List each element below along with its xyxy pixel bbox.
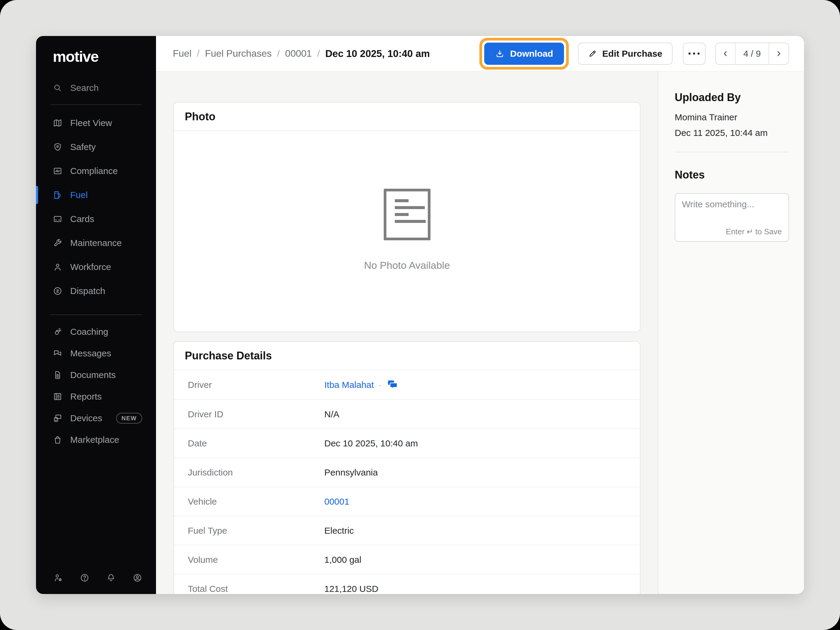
download-icon: [495, 49, 505, 58]
row-label: Fuel Type: [188, 526, 324, 536]
sidebar-item-marketplace[interactable]: Marketplace: [36, 429, 156, 451]
row-label: Driver ID: [188, 409, 324, 419]
table-row-date: Date Dec 10 2025, 10:40 am: [174, 428, 640, 458]
sidebar-item-label: Dispatch: [70, 286, 105, 296]
download-button-label: Download: [510, 49, 553, 59]
vehicle-link[interactable]: 00001: [324, 496, 349, 507]
sidebar-item-label: Maintenance: [70, 238, 122, 248]
chevron-right-icon: [775, 49, 783, 58]
wrench-icon: [53, 238, 62, 248]
sidebar-item-fleet-view[interactable]: Fleet View: [36, 111, 156, 135]
photo-card-header: Photo: [174, 103, 640, 131]
sidebar-search-label: Search: [70, 83, 99, 93]
sidebar-nav-primary: Fleet View Safety Compliance: [36, 111, 156, 303]
notes-input[interactable]: [682, 199, 782, 228]
sidebar-item-coaching[interactable]: Coaching: [36, 321, 156, 343]
previous-record-button[interactable]: [716, 43, 735, 64]
page-header: Fuel / Fuel Purchases / 00001 / Dec 10 2…: [156, 36, 804, 71]
row-label: Volume: [188, 555, 324, 565]
purchase-details-title: Purchase Details: [185, 349, 272, 362]
screen-background: motive Search Fleet View: [0, 0, 840, 630]
purchase-details-header: Purchase Details: [174, 342, 640, 370]
sidebar-nav-secondary: Coaching Messages Documents: [36, 321, 156, 451]
sidebar-item-label: Marketplace: [70, 435, 119, 445]
sidebar-divider: [51, 314, 142, 315]
whistle-icon: [53, 327, 62, 336]
devices-icon: [53, 414, 62, 423]
sidebar-item-compliance[interactable]: Compliance: [36, 159, 156, 183]
row-label: Total Cost: [188, 584, 324, 594]
photo-card-title: Photo: [185, 111, 215, 123]
compliance-chart-icon: [53, 166, 62, 176]
sidebar-item-label: Reports: [70, 392, 102, 402]
admin-settings-icon[interactable]: [54, 573, 63, 583]
no-photo-icon: [384, 189, 431, 240]
sidebar-item-label: Coaching: [70, 327, 108, 337]
record-pager: 4 / 9: [715, 43, 789, 65]
sidebar-item-label: Compliance: [70, 166, 118, 176]
sidebar-item-messages[interactable]: Messages: [36, 343, 156, 364]
report-icon: [53, 392, 62, 401]
sidebar-item-maintenance[interactable]: Maintenance: [36, 231, 156, 255]
notes-title: Notes: [675, 169, 789, 181]
uploaded-by-name: Momina Trainer: [675, 112, 789, 122]
account-icon[interactable]: [133, 573, 142, 583]
purchase-details-card: Purchase Details Driver Itba Malahat ·: [174, 341, 641, 594]
breadcrumb: Fuel / Fuel Purchases / 00001 / Dec 10 2…: [173, 48, 430, 59]
page-body: Photo No Photo Available Purchase Detail…: [156, 71, 804, 594]
sidebar-search[interactable]: Search: [36, 83, 156, 93]
message-driver-icon[interactable]: [387, 379, 399, 391]
driver-link[interactable]: Itba Malahat: [324, 380, 374, 390]
sidebar-item-documents[interactable]: Documents: [36, 364, 156, 386]
next-record-button[interactable]: [769, 43, 788, 64]
breadcrumb-separator: /: [277, 48, 279, 59]
download-highlight-ring: Download: [479, 38, 568, 69]
sidebar-item-safety[interactable]: Safety: [36, 135, 156, 159]
more-actions-button[interactable]: [683, 43, 706, 65]
row-label: Jurisdiction: [188, 467, 324, 478]
sidebar-item-label: Messages: [70, 348, 111, 358]
sidebar-item-devices[interactable]: Devices NEW: [36, 407, 156, 429]
breadcrumb-separator: /: [197, 48, 199, 59]
sidebar-item-cards[interactable]: Cards: [36, 207, 156, 231]
row-value: Electric: [324, 526, 354, 536]
sidebar-item-reports[interactable]: Reports: [36, 386, 156, 407]
row-label: Date: [188, 438, 324, 448]
pencil-icon: [588, 49, 597, 58]
sidebar-item-workforce[interactable]: Workforce: [36, 255, 156, 279]
chat-bubbles-icon: [53, 349, 62, 358]
row-label: Driver: [188, 380, 324, 390]
row-value: N/A: [324, 409, 339, 419]
row-value: Dec 10 2025, 10:40 am: [324, 438, 418, 448]
breadcrumb-vehicle[interactable]: 00001: [285, 48, 312, 59]
person-icon: [53, 262, 62, 272]
page-title: Dec 10 2025, 10:40 am: [325, 48, 430, 59]
sidebar-item-label: Cards: [70, 214, 94, 224]
help-icon[interactable]: [80, 573, 89, 583]
map-icon: [53, 118, 62, 128]
table-row-vehicle: Vehicle 00001: [174, 486, 640, 516]
sidebar-item-label: Fuel: [70, 190, 88, 200]
breadcrumb-separator: /: [317, 48, 320, 59]
uploaded-by-date: Dec 11 2025, 10:44 am: [675, 128, 789, 138]
sidebar-item-dispatch[interactable]: Dispatch: [36, 279, 156, 303]
notifications-bell-icon[interactable]: [106, 573, 116, 583]
breadcrumb-fuel[interactable]: Fuel: [173, 48, 191, 59]
document-icon: [53, 370, 62, 380]
notes-save-hint: Enter ↵ to Save: [726, 227, 782, 237]
edit-purchase-label: Edit Purchase: [602, 49, 662, 59]
search-icon: [53, 83, 62, 93]
panel-divider: [675, 152, 789, 152]
breadcrumb-fuel-purchases[interactable]: Fuel Purchases: [205, 48, 272, 59]
ellipsis-icon: [688, 52, 699, 55]
sidebar: motive Search Fleet View: [36, 36, 156, 594]
table-row-jurisdiction: Jurisdiction Pennsylvania: [174, 458, 640, 486]
download-button[interactable]: Download: [484, 43, 564, 65]
edit-purchase-button[interactable]: Edit Purchase: [578, 43, 673, 65]
table-row-fuel-type: Fuel Type Electric: [174, 516, 640, 545]
no-photo-text: No Photo Available: [364, 259, 450, 271]
table-row-volume: Volume 1,000 gal: [174, 545, 640, 574]
credit-card-icon: [53, 214, 62, 224]
sidebar-item-fuel[interactable]: Fuel: [36, 183, 156, 207]
sidebar-bottom-bar: [36, 573, 156, 594]
